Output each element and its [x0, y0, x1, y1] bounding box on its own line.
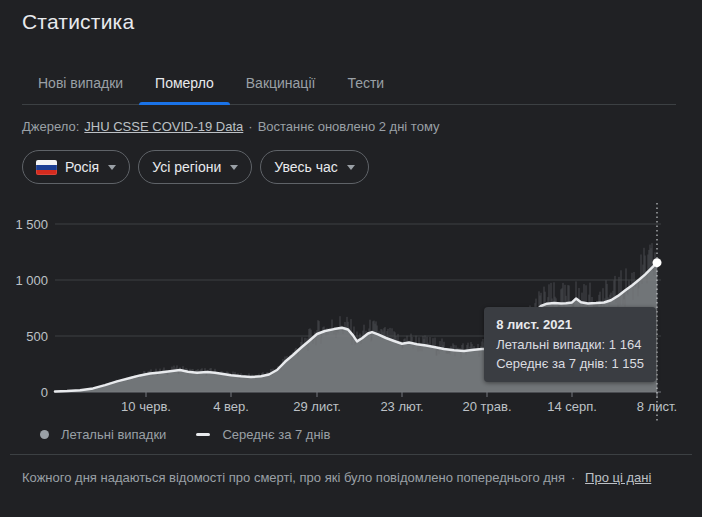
source-row: Джерело: JHU CSSE COVID-19 Data · Востан… [22, 119, 439, 134]
svg-text:500: 500 [26, 329, 48, 344]
chart-legend: Летальні випадки Середнє за 7 днів [40, 427, 330, 442]
country-dropdown[interactable]: Росія [22, 150, 130, 184]
tab-vaccinations[interactable]: Вакцинації [230, 62, 332, 104]
svg-text:1 500: 1 500 [15, 217, 48, 232]
legend-deaths-label: Летальні випадки [61, 427, 166, 442]
footer-divider [10, 454, 692, 455]
source-separator: · [248, 119, 252, 134]
time-range-dropdown-label: Увесь час [274, 159, 337, 175]
legend-average-label: Середнє за 7 днів [222, 427, 330, 442]
svg-text:23 лют.: 23 лют. [380, 399, 423, 414]
tab-new-cases[interactable]: Нові випадки [22, 62, 139, 104]
time-range-dropdown[interactable]: Увесь час [260, 150, 368, 184]
tab-tests[interactable]: Тести [331, 62, 400, 104]
about-data-link[interactable]: Про ці дані [585, 470, 651, 485]
region-dropdown[interactable]: Усі регіони [138, 150, 252, 184]
line-marker-icon [196, 433, 210, 436]
legend-item-average: Середнє за 7 днів [196, 427, 330, 442]
legend-item-deaths: Летальні випадки [40, 427, 166, 442]
footer-separator: · [571, 470, 575, 485]
tooltip-average: Середнє за 7 днів: 1 155 [496, 354, 644, 373]
last-updated-text: Востаннє оновлено 2 дні тому [258, 119, 440, 134]
svg-text:4 вер.: 4 вер. [213, 399, 249, 414]
svg-text:0: 0 [41, 385, 48, 400]
chart-tooltip: 8 лист. 2021 Летальні випадки: 1 164 Сер… [484, 307, 656, 382]
svg-text:20 трав.: 20 трав. [462, 399, 511, 414]
tooltip-date: 8 лист. 2021 [496, 315, 644, 334]
chevron-down-icon [108, 165, 116, 170]
svg-text:8 лист.: 8 лист. [637, 399, 677, 414]
page-title: Статистика [22, 10, 134, 34]
svg-text:14 серп.: 14 серп. [547, 399, 597, 414]
svg-text:1 000: 1 000 [15, 273, 48, 288]
svg-text:29 лист.: 29 лист. [293, 399, 341, 414]
tooltip-deaths: Летальні випадки: 1 164 [496, 335, 644, 354]
svg-text:10 черв.: 10 черв. [121, 399, 171, 414]
russia-flag-icon [36, 160, 57, 175]
country-dropdown-label: Росія [65, 159, 99, 175]
chevron-down-icon [347, 165, 355, 170]
source-prefix: Джерело: [22, 119, 79, 134]
footer-note: Кожного дня надаються відомості про смер… [22, 470, 692, 485]
covid-statistics-panel: 1 5001 000500010 черв.4 вер.29 лист.23 л… [0, 0, 702, 517]
chevron-down-icon [230, 165, 238, 170]
footer-text: Кожного дня надаються відомості про смер… [22, 470, 565, 485]
dot-marker-icon [40, 430, 49, 439]
tab-deaths[interactable]: Померло [139, 62, 230, 104]
source-link[interactable]: JHU CSSE COVID-19 Data [84, 119, 243, 134]
region-dropdown-label: Усі регіони [152, 159, 221, 175]
filter-bar: Росія Усі регіони Увесь час [22, 150, 369, 184]
tab-bar: Нові випадки Померло Вакцинації Тести [22, 62, 676, 105]
